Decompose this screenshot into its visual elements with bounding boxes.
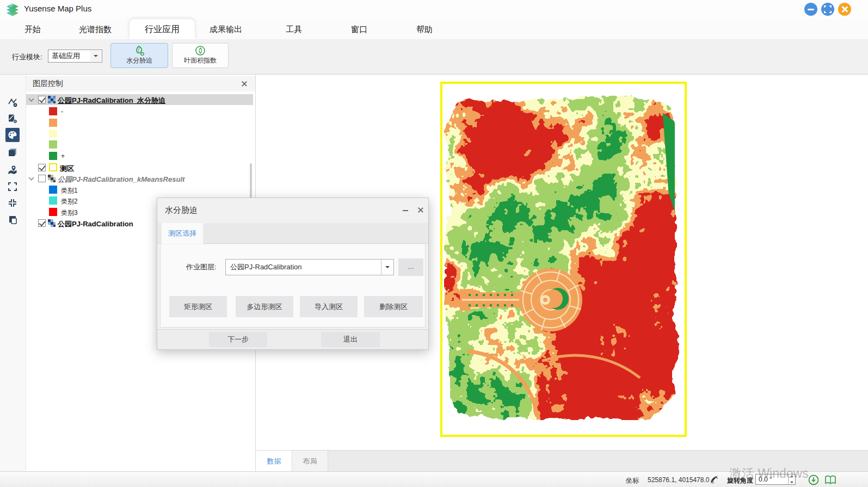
raster-layer-icon xyxy=(48,219,56,227)
menu-item-output[interactable]: 成果输出 xyxy=(203,19,249,39)
work-layer-label: 作业图层: xyxy=(186,262,217,272)
add-vector-layer-icon[interactable] xyxy=(5,95,20,109)
symbology-palette-icon[interactable] xyxy=(5,128,20,142)
menu-item-window[interactable]: 窗口 xyxy=(344,19,374,39)
module-label: 行业模块: xyxy=(12,52,42,62)
delete-zone-button[interactable]: 删除测区 xyxy=(364,296,423,317)
legend-row xyxy=(26,128,255,139)
rotate-angle-input[interactable]: 0.0 ° xyxy=(755,474,796,485)
layer-checkbox[interactable] xyxy=(38,164,46,171)
leaf-area-index-tool-button[interactable]: 叶面积指数 xyxy=(172,43,229,68)
dialog-footer: 下一步 退出 xyxy=(157,329,428,349)
leaf-area-index-icon xyxy=(194,45,206,56)
layer-row-water-stress[interactable]: 公园PJ-RadCalibration_水分胁迫 xyxy=(26,94,253,105)
spinner-arrows-icon[interactable] xyxy=(788,474,795,484)
work-layer-select[interactable]: 公园PJ-RadCalibration xyxy=(225,259,394,275)
module-select[interactable]: 基础应用 xyxy=(48,50,102,63)
menu-bar: 开始 光谱指数 行业应用 成果输出 工具 窗口 帮助 xyxy=(0,19,868,39)
tab-layout[interactable]: 布局 xyxy=(292,451,328,472)
layers-icon[interactable] xyxy=(5,145,20,159)
legend-swatch xyxy=(49,119,57,127)
menu-item-tools[interactable]: 工具 xyxy=(279,19,309,39)
layer-row-kmeans[interactable]: 公园PJ-RadCalibration_kMeansResult xyxy=(26,173,255,184)
layer-panel-header: 图层控制 xyxy=(26,76,255,91)
legend-swatch xyxy=(49,208,57,216)
import-zone-button[interactable]: 导入测区 xyxy=(300,296,358,317)
water-stress-icon xyxy=(133,45,145,56)
layer-checkbox[interactable] xyxy=(38,219,46,227)
layer-label: 测区 xyxy=(60,164,74,174)
menu-item-spectral-index[interactable]: 光谱指数 xyxy=(72,19,118,39)
legend-label: - xyxy=(61,108,63,115)
legend-label: 类别2 xyxy=(61,197,78,206)
layer-panel-close-icon[interactable] xyxy=(241,80,248,88)
chevron-down-icon xyxy=(381,260,393,275)
legend-row: - xyxy=(26,106,255,117)
legend-label: 类别1 xyxy=(61,186,78,195)
polygon-zone-button[interactable]: 多边形测区 xyxy=(236,296,293,317)
layer-checkbox[interactable] xyxy=(38,96,46,103)
dialog-title-bar[interactable]: 水分胁迫 xyxy=(157,198,428,223)
exit-button[interactable]: 退出 xyxy=(321,332,380,347)
zoom-extent-icon[interactable] xyxy=(5,180,20,194)
ribbon-toolbar: 行业模块: 基础应用 水分胁迫 叶面积指数 xyxy=(0,39,868,75)
next-step-button[interactable]: 下一步 xyxy=(209,332,267,347)
dialog-close-icon[interactable] xyxy=(416,206,425,214)
duplicate-view-icon[interactable] xyxy=(5,213,20,227)
maximize-button[interactable] xyxy=(821,3,834,16)
water-stress-label: 水分胁迫 xyxy=(111,56,168,65)
dialog-tab-bar: 测区选择 xyxy=(157,223,428,244)
app-logo-icon xyxy=(4,2,21,18)
chevron-down-icon[interactable] xyxy=(29,97,34,101)
view-tab-bar: 数据 布局 xyxy=(256,450,868,471)
layer-label: 公园PJ-RadCalibration_水分胁迫 xyxy=(58,96,165,106)
menu-item-start[interactable]: 开始 xyxy=(18,19,47,39)
collapse-view-icon[interactable] xyxy=(5,196,20,210)
legend-row: 类别1 xyxy=(26,184,255,195)
chevron-down-icon[interactable] xyxy=(29,176,34,180)
work-layer-value: 公园PJ-RadCalibration xyxy=(230,263,302,271)
layer-checkbox[interactable] xyxy=(38,175,46,182)
locate-download-icon[interactable] xyxy=(808,474,820,486)
add-raster-layer-icon[interactable] xyxy=(5,112,20,126)
dialog-title: 水分胁迫 xyxy=(165,205,198,215)
app-title: Yusense Map Plus xyxy=(24,4,91,13)
leaf-area-index-label: 叶面积指数 xyxy=(173,56,228,65)
legend-row xyxy=(26,139,255,150)
survey-zone-rectangle xyxy=(440,82,687,437)
module-select-value: 基础应用 xyxy=(52,52,80,60)
sketch-pen-icon[interactable] xyxy=(709,474,720,485)
app-window: Yusense Map Plus 开始 光谱指数 行业应用 成果输出 工具 窗口… xyxy=(0,0,868,487)
survey-zone-swatch xyxy=(49,163,57,171)
layer-label: 公园PJ-RadCalibration_kMeansResult xyxy=(58,175,184,184)
legend-swatch xyxy=(49,130,57,138)
layer-label: 公园PJ-RadCalibration xyxy=(58,219,133,229)
water-stress-tool-button[interactable]: 水分胁迫 xyxy=(110,43,168,68)
chevron-down-icon xyxy=(90,51,101,61)
legend-swatch xyxy=(49,107,57,115)
layer-row-survey-zone[interactable]: 测区 xyxy=(26,162,255,173)
legend-swatch xyxy=(49,152,57,160)
rect-zone-button[interactable]: 矩形测区 xyxy=(169,296,227,317)
legend-row: + xyxy=(26,151,255,162)
dialog-body: 作业图层: 公园PJ-RadCalibration ... 矩形测区 多边形测区… xyxy=(160,244,426,328)
coordinate-label: 坐标 xyxy=(626,476,639,485)
raster-layer-icon xyxy=(48,175,56,182)
menu-item-industry-apps[interactable]: 行业应用 xyxy=(130,19,195,39)
tab-zone-selection[interactable]: 测区选择 xyxy=(162,223,203,244)
raster-layer-icon xyxy=(48,96,56,103)
legend-swatch xyxy=(49,186,57,194)
dialog-minimize-icon[interactable] xyxy=(401,206,410,214)
title-bar: Yusense Map Plus xyxy=(0,0,868,19)
legend-swatch xyxy=(49,140,57,149)
browse-button[interactable]: ... xyxy=(398,258,423,276)
menu-item-help[interactable]: 帮助 xyxy=(410,19,439,39)
layer-panel-title: 图层控制 xyxy=(33,79,63,89)
legend-swatch xyxy=(49,196,57,205)
tool-sidebar xyxy=(0,75,26,471)
minimize-button[interactable] xyxy=(804,3,817,16)
map-pin-icon[interactable] xyxy=(5,163,20,177)
tab-data[interactable]: 数据 xyxy=(256,451,292,472)
log-book-icon[interactable] xyxy=(824,474,837,486)
close-button[interactable] xyxy=(838,3,851,16)
